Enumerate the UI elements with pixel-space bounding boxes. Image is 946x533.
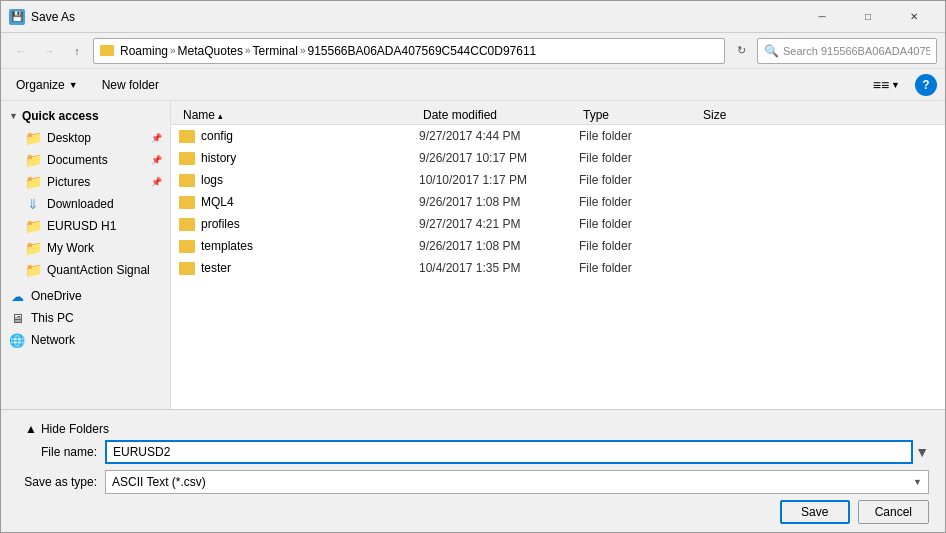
filename-dropdown-arrow[interactable]: ▼ — [915, 444, 929, 460]
table-row[interactable]: templates 9/26/2017 1:08 PM File folder — [171, 235, 945, 257]
organize-arrow: ▼ — [69, 80, 78, 90]
organize-button[interactable]: Organize ▼ — [9, 75, 85, 95]
sidebar-item-thispc[interactable]: 🖥 This PC — [1, 307, 170, 329]
main-content: ▼ Quick access 📁 Desktop 📌 📁 Documents 📌 — [1, 101, 945, 409]
folder-icon-sm — [179, 218, 195, 231]
sidebar-documents-label: Documents — [47, 153, 108, 167]
search-icon: 🔍 — [764, 44, 779, 58]
folder-icon-sm — [179, 240, 195, 253]
sidebar-pictures-label: Pictures — [47, 175, 90, 189]
cancel-label: Cancel — [875, 505, 912, 519]
network-icon: 🌐 — [9, 332, 25, 348]
sidebar-item-quantaction[interactable]: 📁 QuantAction Signal — [1, 259, 170, 281]
new-folder-button[interactable]: New folder — [93, 75, 168, 95]
back-button[interactable]: ← — [9, 39, 33, 63]
file-name: profiles — [201, 217, 240, 231]
pictures-folder-icon: 📁 — [25, 174, 41, 190]
refresh-button[interactable]: ↻ — [729, 39, 753, 63]
maximize-button[interactable]: □ — [845, 1, 891, 33]
col-header-date[interactable]: Date modified — [419, 108, 579, 122]
documents-folder-icon: 📁 — [25, 152, 41, 168]
crumb-sep-2: » — [245, 45, 251, 56]
col-header-size[interactable]: Size — [699, 108, 779, 122]
file-type: File folder — [579, 151, 699, 165]
table-row[interactable]: history 9/26/2017 10:17 PM File folder — [171, 147, 945, 169]
sidebar-item-documents[interactable]: 📁 Documents 📌 — [1, 149, 170, 171]
file-list-header: Name ▴ Date modified Type Size — [171, 101, 945, 125]
folder-icon-sm — [179, 262, 195, 275]
file-type: File folder — [579, 217, 699, 231]
save-label: Save — [801, 505, 828, 519]
table-row[interactable]: tester 10/4/2017 1:35 PM File folder — [171, 257, 945, 279]
pin-icon-documents: 📌 — [151, 155, 162, 165]
col-type-label: Type — [583, 108, 609, 122]
savetype-value: ASCII Text (*.csv) — [112, 475, 206, 489]
window-controls: ─ □ ✕ — [799, 1, 937, 33]
table-row[interactable]: profiles 9/27/2017 4:21 PM File folder — [171, 213, 945, 235]
close-button[interactable]: ✕ — [891, 1, 937, 33]
hide-folders-toggle[interactable]: ▲ Hide Folders — [17, 418, 929, 440]
file-date: 9/26/2017 1:08 PM — [419, 195, 579, 209]
up-button[interactable]: ↑ — [65, 39, 89, 63]
file-date: 10/4/2017 1:35 PM — [419, 261, 579, 275]
sidebar-item-downloaded[interactable]: ⇓ Downloaded — [1, 193, 170, 215]
sidebar-quantaction-label: QuantAction Signal — [47, 263, 150, 277]
file-type: File folder — [579, 261, 699, 275]
mywork-folder-icon: 📁 — [25, 240, 41, 256]
file-date: 9/27/2017 4:44 PM — [419, 129, 579, 143]
sidebar-item-mywork[interactable]: 📁 My Work — [1, 237, 170, 259]
help-button[interactable]: ? — [915, 74, 937, 96]
file-type: File folder — [579, 173, 699, 187]
downloaded-folder-icon: ⇓ — [25, 196, 41, 212]
view-arrow: ▼ — [891, 80, 900, 90]
window-icon: 💾 — [9, 9, 25, 25]
sidebar-item-pictures[interactable]: 📁 Pictures 📌 — [1, 171, 170, 193]
crumb-hash[interactable]: 915566BA06ADA407569C544CC0D97611 — [307, 44, 536, 58]
sidebar-item-network[interactable]: 🌐 Network — [1, 329, 170, 351]
minimize-button[interactable]: ─ — [799, 1, 845, 33]
file-type: File folder — [579, 195, 699, 209]
folder-icon-sm — [179, 130, 195, 143]
filename-input[interactable] — [105, 440, 913, 464]
cancel-button[interactable]: Cancel — [858, 500, 929, 524]
sidebar-desktop-label: Desktop — [47, 131, 91, 145]
col-header-type[interactable]: Type — [579, 108, 699, 122]
quick-access-header[interactable]: ▼ Quick access — [1, 105, 170, 127]
sort-arrow: ▴ — [218, 111, 223, 121]
crumb-terminal[interactable]: Terminal — [253, 44, 298, 58]
sidebar-eurusd-label: EURUSD H1 — [47, 219, 116, 233]
col-header-name[interactable]: Name ▴ — [179, 108, 419, 122]
sidebar-thispc-label: This PC — [31, 311, 74, 325]
breadcrumb: Roaming » MetaQuotes » Terminal » 915566… — [120, 44, 536, 58]
window-title: Save As — [31, 10, 799, 24]
pin-icon-desktop: 📌 — [151, 133, 162, 143]
filename-label: File name: — [17, 445, 97, 459]
table-row[interactable]: MQL4 9/26/2017 1:08 PM File folder — [171, 191, 945, 213]
forward-button[interactable]: → — [37, 39, 61, 63]
sidebar-item-desktop[interactable]: 📁 Desktop 📌 — [1, 127, 170, 149]
table-row[interactable]: config 9/27/2017 4:44 PM File folder — [171, 125, 945, 147]
sidebar-item-eurusd[interactable]: 📁 EURUSD H1 — [1, 215, 170, 237]
crumb-metaquotes[interactable]: MetaQuotes — [178, 44, 243, 58]
save-button[interactable]: Save — [780, 500, 850, 524]
address-bar[interactable]: Roaming » MetaQuotes » Terminal » 915566… — [93, 38, 725, 64]
crumb-roaming[interactable]: Roaming — [120, 44, 168, 58]
sidebar-mywork-label: My Work — [47, 241, 94, 255]
file-name: logs — [201, 173, 223, 187]
crumb-sep-3: » — [300, 45, 306, 56]
table-row[interactable]: logs 10/10/2017 1:17 PM File folder — [171, 169, 945, 191]
sidebar-item-onedrive[interactable]: ☁ OneDrive — [1, 285, 170, 307]
folder-icon-sm — [179, 174, 195, 187]
title-bar: 💾 Save As ─ □ ✕ — [1, 1, 945, 33]
file-date: 9/26/2017 1:08 PM — [419, 239, 579, 253]
navigation-bar: ← → ↑ Roaming » MetaQuotes » Terminal » … — [1, 33, 945, 69]
hide-folders-label: Hide Folders — [41, 422, 109, 436]
savetype-select[interactable]: ASCII Text (*.csv) ▼ — [105, 470, 929, 494]
file-type: File folder — [579, 239, 699, 253]
search-box[interactable]: 🔍 Search 915566BA06ADA4075... — [757, 38, 937, 64]
eurusd-folder-icon: 📁 — [25, 218, 41, 234]
savetype-row: Save as type: ASCII Text (*.csv) ▼ — [17, 470, 929, 494]
view-button[interactable]: ≡≡ ▼ — [866, 74, 907, 96]
file-name: history — [201, 151, 236, 165]
desktop-folder-icon: 📁 — [25, 130, 41, 146]
